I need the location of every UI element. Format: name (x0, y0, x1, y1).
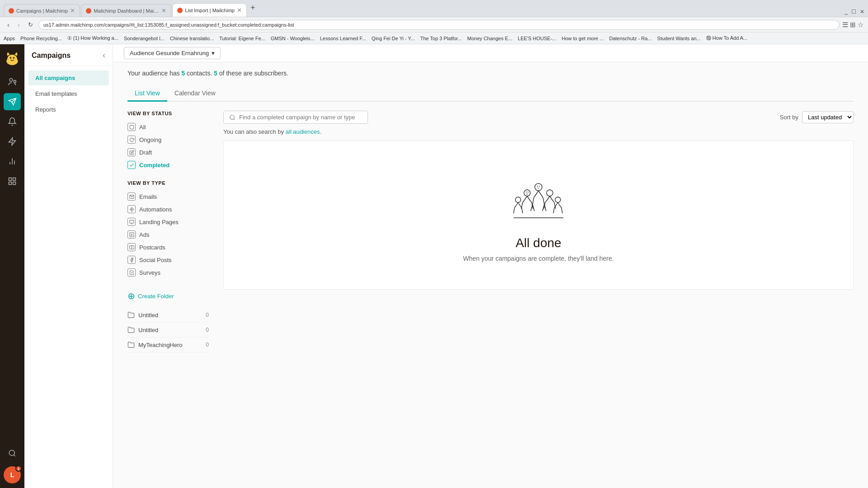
reload-button[interactable]: ↻ (25, 19, 36, 30)
sidebar-header: Campaigns ‹ (24, 44, 113, 66)
content-icon[interactable] (4, 173, 21, 190)
notifications-icon[interactable] (4, 113, 21, 130)
bookmark-10[interactable]: Money Changes E... (467, 36, 513, 41)
sidebar-collapse-button[interactable]: ‹ (103, 51, 105, 60)
filter-status-ongoing[interactable]: Ongoing (127, 133, 209, 146)
search-icon-rail[interactable] (4, 445, 21, 462)
svg-point-25 (230, 115, 234, 119)
automations-icon[interactable] (4, 133, 21, 150)
filter-status-draft[interactable]: Draft (127, 146, 209, 159)
create-folder-label: Create Folder (138, 293, 174, 300)
email-templates-label: Email templates (35, 90, 77, 97)
bookmark-5[interactable]: Tutorial: Eigene Fe... (219, 36, 265, 41)
filter-type-landing-pages[interactable]: Landing Pages (127, 216, 209, 228)
tab3-favicon (177, 8, 183, 13)
all-audiences-link[interactable]: all audiences (286, 128, 320, 135)
audience-icon[interactable] (4, 73, 21, 90)
bookmark-13[interactable]: Datenschutz - Ra... (609, 36, 651, 41)
all-campaigns-label: All campaigns (35, 75, 75, 81)
bookmark-apps[interactable]: Apps (4, 36, 15, 41)
filter-type-ads[interactable]: Ads (127, 228, 209, 241)
sidebar-item-email-templates[interactable]: Email templates (28, 86, 109, 101)
folder-icon-1 (127, 311, 135, 319)
logo[interactable] (3, 49, 21, 67)
sort-label: Sort by (780, 114, 798, 121)
filter-type-emails[interactable]: Emails (127, 190, 209, 203)
search-input[interactable] (239, 114, 362, 121)
folder-item-2[interactable]: Untitled 0 (127, 323, 209, 338)
user-avatar[interactable]: L 1 (4, 466, 21, 483)
tab3-title: List Import | Mailchimp (185, 8, 235, 13)
filter-automations-icon (127, 205, 136, 213)
folder-item-3[interactable]: MyTeachingHero 0 (127, 338, 209, 352)
svg-line-26 (234, 118, 235, 120)
filter-status-completed[interactable]: Completed (127, 159, 209, 171)
bookmark-1[interactable]: Phone Recycling... (20, 36, 62, 41)
browser-tab-2[interactable]: Mailchimp Dashboard | Mailc… ✕ (81, 4, 171, 17)
filter-completed-icon (127, 161, 136, 169)
right-content: Sort by Last updated Name Date created Y… (223, 111, 854, 352)
new-tab-button[interactable]: + (247, 3, 259, 13)
sidebar-nav: All campaigns Email templates Reports (24, 66, 113, 122)
bookmark-9[interactable]: The Top 3 Platfor... (420, 36, 462, 41)
create-folder-button[interactable]: ⊕ Create Folder (127, 290, 209, 302)
address-bar-container[interactable] (38, 20, 840, 30)
folder-item-1[interactable]: Untitled 0 (127, 308, 209, 323)
folder-icon-3 (127, 341, 135, 348)
browser-tab-1[interactable]: Campaigns | Mailchimp ✕ (4, 4, 80, 17)
audience-text-before: Your audience has (127, 70, 181, 77)
forward-button[interactable]: › (15, 19, 23, 30)
back-button[interactable]: ‹ (5, 19, 12, 30)
filter-type-postcards[interactable]: Postcards (127, 241, 209, 253)
sort-select[interactable]: Last updated Name Date created (802, 111, 854, 123)
folder-name-3: MyTeachingHero (138, 342, 202, 348)
bookmark-2[interactable]: ① (1) How Working a... (67, 35, 118, 41)
filter-type-automations[interactable]: Automations (127, 203, 209, 216)
tab3-close[interactable]: ✕ (237, 7, 242, 14)
svg-point-28 (535, 183, 542, 191)
campaigns-icon[interactable] (4, 93, 21, 110)
bookmark-7[interactable]: Lessons Learned F... (320, 36, 366, 41)
view-tabs: List View Calendar View (127, 86, 854, 102)
tab-calendar-view[interactable]: Calendar View (167, 86, 223, 102)
browser-actions: ☰ ⊞ ☆ (842, 21, 863, 29)
bookmark-8[interactable]: Qing Fei De Yi - Y... (372, 36, 415, 41)
svg-marker-6 (9, 138, 16, 145)
bookmark-6[interactable]: GMSN - Woogleis... (271, 36, 315, 41)
filter-type-social-posts[interactable]: Social Posts (127, 253, 209, 266)
audience-dropdown[interactable]: Audience Gesunde Ernahrung ▾ (124, 47, 221, 59)
filter-landing-icon (127, 218, 136, 226)
analytics-icon[interactable] (4, 153, 21, 170)
filter-postcards-label: Postcards (139, 244, 165, 251)
bookmark-4[interactable]: Chinese translatio... (170, 36, 214, 41)
filter-type-surveys[interactable]: Surveys (127, 266, 209, 279)
bookmark-14[interactable]: Student Wants an... (657, 36, 701, 41)
address-input[interactable] (43, 22, 835, 28)
bookmark-3[interactable]: Sonderangebot l... (124, 36, 165, 41)
svg-point-14 (9, 450, 14, 455)
tab1-favicon (9, 8, 14, 14)
sidebar-item-all-campaigns[interactable]: All campaigns (28, 70, 109, 85)
extensions-button[interactable]: ⊞ (850, 21, 856, 29)
folders-section: ⊕ Create Folder Untitled 0 Untitled 0 (127, 290, 209, 352)
empty-state: All done When your campaigns are complet… (223, 141, 854, 290)
contacts-count: 5 (181, 70, 185, 77)
filter-type-title: View by Type (127, 180, 209, 186)
audience-dropdown-arrow: ▾ (212, 50, 215, 56)
filter-status-title: View by Status (127, 111, 209, 116)
star-button[interactable]: ☆ (858, 21, 863, 29)
tab-list-view[interactable]: List View (127, 86, 167, 102)
bookmark-12[interactable]: How to get more ... (562, 36, 604, 41)
sidebar: Campaigns ‹ All campaigns Email template… (24, 44, 113, 488)
folder-name-1: Untitled (138, 312, 202, 319)
tab2-close[interactable]: ✕ (161, 7, 166, 14)
svg-point-4 (9, 79, 13, 82)
sidebar-item-reports[interactable]: Reports (28, 102, 109, 117)
bookmark-15[interactable]: ⑲ How To Add A... (706, 35, 748, 42)
bookmark-11[interactable]: LEE'S HOUSE-... (518, 36, 556, 41)
filter-status-all[interactable]: All (127, 121, 209, 133)
profile-button[interactable]: ☰ (842, 21, 848, 29)
tab1-close[interactable]: ✕ (70, 7, 75, 14)
browser-tab-3[interactable]: List Import | Mailchimp ✕ (172, 3, 247, 17)
svg-point-31 (547, 190, 553, 196)
